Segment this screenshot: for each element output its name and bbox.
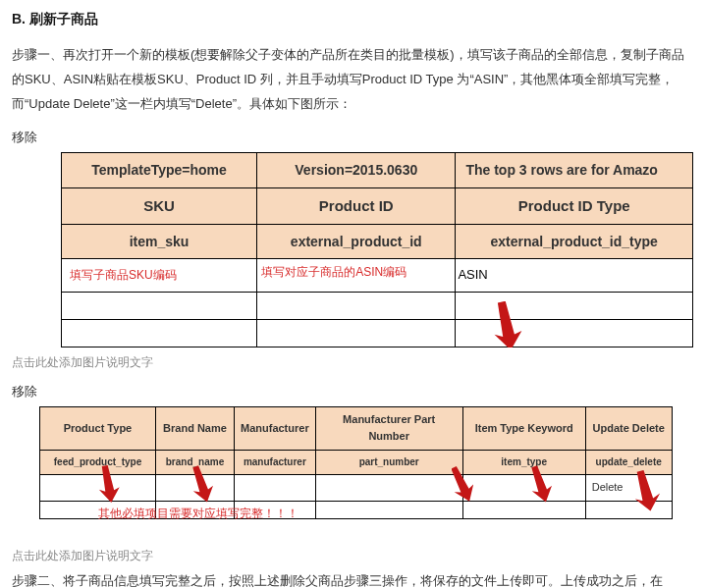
table2-container: Product Type Brand Name Manufacturer Man…: [39, 406, 693, 519]
table-row: Product Type Brand Name Manufacturer Man…: [40, 406, 673, 450]
t2-h-itemtype: Item Type Keyword: [462, 406, 585, 450]
table-row: TemplateType=home Version=2015.0630 The …: [62, 153, 693, 187]
annotation-asin: 填写对应子商品的ASIN编码: [261, 263, 407, 282]
image-caption-1[interactable]: 点击此处添加图片说明文字: [12, 353, 693, 372]
svg-marker-2: [191, 465, 213, 503]
table-row: [62, 292, 693, 319]
t2-f-manufacturer: manufacturer: [235, 451, 316, 475]
t1-header-note: The top 3 rows are for Amazo: [456, 153, 693, 187]
table-row: Delete: [40, 475, 673, 502]
remove-label-1[interactable]: 移除: [12, 128, 693, 148]
t2-h-updatedelete: Update Delete: [585, 406, 672, 450]
remove-label-2[interactable]: 移除: [12, 382, 693, 402]
t2-f-partnumber: part_number: [315, 451, 462, 475]
arrow-icon: [633, 470, 663, 511]
arrow-icon: [98, 465, 120, 503]
table-row: feed_product_type brand_name manufacture…: [40, 451, 673, 475]
arrow-icon: [530, 465, 552, 503]
section-title: B. 刷新子商品: [12, 8, 693, 29]
step1-paragraph: 步骤一、再次打开一个新的模板(想要解除父子变体的产品所在类目的批量模板)，填写该…: [12, 43, 693, 116]
table-row: 填写子商品SKU编码 填写对应子商品的ASIN编码 ASIN: [62, 259, 693, 293]
t1-col-productid: Product ID: [257, 187, 456, 224]
t2-h-producttype: Product Type: [40, 406, 156, 450]
t1-value-asin: ASIN: [456, 259, 693, 293]
arrow-icon: [452, 465, 473, 503]
t1-field-sku: item_sku: [62, 224, 257, 258]
svg-marker-4: [530, 465, 552, 503]
arrow-icon: [191, 465, 213, 503]
svg-marker-5: [633, 470, 663, 511]
svg-marker-3: [452, 465, 473, 503]
t2-h-brandname: Brand Name: [156, 406, 235, 450]
svg-marker-1: [98, 465, 120, 503]
arrow-icon: [493, 301, 522, 347]
image-caption-2[interactable]: 点击此处添加图片说明文字: [12, 547, 693, 565]
table-row: item_sku external_product_id external_pr…: [62, 224, 693, 258]
annotation-required: 其他必填项目需要对应填写完整！！！: [98, 505, 298, 519]
t2-f-itemtype: item_type: [462, 451, 585, 475]
table-row: SKU Product ID Product ID Type: [62, 187, 693, 224]
table-row: [62, 319, 693, 347]
annotation-sku: 填写子商品SKU编码: [70, 268, 177, 282]
t1-field-productidtype: external_product_id_type: [456, 224, 693, 258]
t1-col-sku: SKU: [62, 187, 257, 224]
table1: TemplateType=home Version=2015.0630 The …: [61, 152, 693, 347]
t1-col-productidtype: Product ID Type: [456, 187, 693, 224]
svg-marker-0: [493, 301, 522, 347]
t1-header-version: Version=2015.0630: [257, 153, 456, 187]
table1-container: TemplateType=home Version=2015.0630 The …: [61, 152, 693, 347]
t1-header-template: TemplateType=home: [62, 153, 257, 187]
t2-h-partnumber: Manufacturer Part Number: [315, 406, 462, 450]
t1-field-productid: external_product_id: [257, 224, 456, 258]
step2-paragraph: 步骤二、将子商品信息填写完整之后，按照上述删除父商品步骤三操作，将保存的文件上传…: [12, 569, 693, 588]
t2-h-manufacturer: Manufacturer: [235, 406, 316, 450]
table2: Product Type Brand Name Manufacturer Man…: [39, 406, 673, 519]
